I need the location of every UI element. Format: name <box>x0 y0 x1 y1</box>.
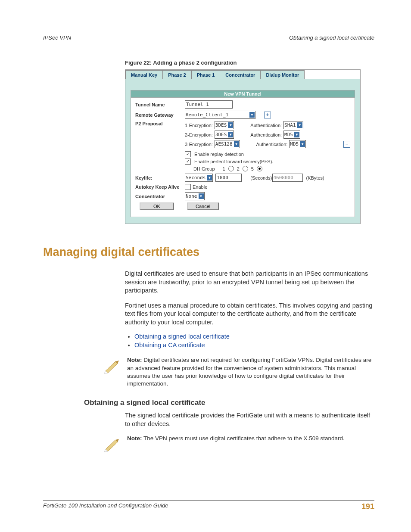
pfs-checkbox[interactable]: ✓ <box>185 159 191 165</box>
tab-phase-1[interactable]: Phase 1 <box>192 70 221 79</box>
keylife-unit-select[interactable]: Seconds▼ <box>185 174 213 182</box>
label-keylife: Keylife: <box>135 175 185 180</box>
section-heading: Managing digital certificates <box>43 246 374 259</box>
chevron-down-icon: ▼ <box>228 122 233 128</box>
tab-manual-key[interactable]: Manual Key <box>125 70 163 79</box>
label-concentrator: Concentrator <box>135 194 185 199</box>
enc2-select[interactable]: 3DES▼ <box>215 131 234 139</box>
dh5-radio[interactable] <box>257 166 262 171</box>
tab-phase-2[interactable]: Phase 2 <box>163 70 192 79</box>
label-p2-proposal: P2 Proposal <box>135 121 185 126</box>
label-autokey: Autokey Keep Alive <box>135 184 185 190</box>
note-1: Note: Digital certificates are not requi… <box>127 356 374 388</box>
enc1-label: 1-Encryption: <box>185 123 213 128</box>
autokey-enable-label: Enable <box>193 184 207 190</box>
chevron-down-icon: ▼ <box>297 122 302 128</box>
figure-caption: Figure 22: Adding a phase 2 configuratio… <box>125 59 374 66</box>
replay-checkbox[interactable]: ✓ <box>185 151 191 157</box>
autokey-checkbox[interactable] <box>185 184 191 190</box>
chevron-down-icon: ▼ <box>207 175 212 180</box>
chevron-down-icon: ▼ <box>294 132 299 137</box>
note-2: Note: The VPN peers must use digital cer… <box>127 435 345 442</box>
new-vpn-tunnel-panel: New VPN Tunnel Tunnel Name Tunnel_1 Remo… <box>131 90 355 217</box>
footer-title: FortiGate-100 Installation and Configura… <box>43 502 168 511</box>
paragraph-1: Digital certificates are used to ensure … <box>125 270 374 295</box>
panel-title: New VPN Tunnel <box>131 90 355 98</box>
auth3-label: Authentication: <box>256 142 288 147</box>
header-right: Obtaining a signed local certificate <box>289 34 374 41</box>
pfs-label: Enable perfect forward secrecy(PFS). <box>194 159 273 164</box>
chevron-down-icon: ▼ <box>228 132 233 137</box>
chevron-down-icon: ▼ <box>199 193 204 199</box>
keylife-sec-label: (Seconds) <box>250 175 272 180</box>
tab-dialup-monitor[interactable]: Dialup Monitor <box>261 70 305 79</box>
link-list: Obtaining a signed local certificate Obt… <box>125 333 374 348</box>
enc2-label: 2-Encryption: <box>185 132 213 137</box>
chevron-down-icon: ▼ <box>234 141 239 147</box>
enc1-select[interactable]: 3DES▼ <box>215 121 234 129</box>
tunnel-name-input[interactable]: Tunnel_1 <box>185 100 233 109</box>
dh2-radio[interactable] <box>243 166 248 171</box>
plus-icon[interactable]: + <box>264 112 271 118</box>
link-signed-local-cert[interactable]: Obtaining a signed local certificate <box>134 333 230 340</box>
subsection-heading: Obtaining a signed local certificate <box>84 398 374 407</box>
link-ca-cert[interactable]: Obtaining a CA certificate <box>134 342 205 348</box>
tab-row: Manual Key Phase 2 Phase 1 Concentrator … <box>125 70 360 79</box>
cancel-button[interactable]: Cancel <box>187 202 219 210</box>
minus-icon[interactable]: – <box>343 141 350 148</box>
keylife-kbytes-input[interactable]: 4608000 <box>272 174 303 182</box>
paragraph-3: The signed local certificate provides th… <box>125 411 374 428</box>
keylife-kb-label: (KBytes) <box>306 175 324 180</box>
paragraph-2: Fortinet uses a manual procedure to obta… <box>125 302 374 327</box>
tab-concentrator[interactable]: Concentrator <box>220 70 261 79</box>
label-tunnel-name: Tunnel Name <box>135 102 185 107</box>
enc3-select[interactable]: AES128▼ <box>215 140 240 148</box>
remote-gateway-select[interactable]: Remote_Client_1▼ <box>185 111 255 119</box>
page-footer: FortiGate-100 Installation and Configura… <box>43 501 374 511</box>
page-header: IPSec VPN Obtaining a signed local certi… <box>43 34 374 42</box>
concentrator-select[interactable]: None▼ <box>185 192 205 200</box>
keylife-seconds-input[interactable]: 1800 <box>215 174 242 182</box>
enc3-label: 3-Encryption: <box>185 142 213 147</box>
ok-button[interactable]: OK <box>140 202 174 210</box>
replay-label: Enable replay detection <box>194 152 244 157</box>
page-number: 191 <box>361 502 374 511</box>
dh1-radio[interactable] <box>228 166 234 171</box>
auth3-select[interactable]: MD5▼ <box>289 140 306 148</box>
auth2-label: Authentication: <box>250 132 282 137</box>
dhgroup-label: DH Group <box>193 166 215 171</box>
chevron-down-icon: ▼ <box>300 141 305 147</box>
chevron-down-icon: ▼ <box>249 112 255 118</box>
auth1-select[interactable]: SHA1▼ <box>283 121 303 129</box>
label-remote-gateway: Remote Gateway <box>135 112 185 118</box>
phase2-config-screenshot: Manual Key Phase 2 Phase 1 Concentrator … <box>125 69 361 224</box>
auth2-select[interactable]: MD5▼ <box>283 131 300 139</box>
note-icon <box>103 435 121 454</box>
note-icon <box>103 356 121 376</box>
auth1-label: Authentication: <box>250 123 282 128</box>
header-left: IPSec VPN <box>43 34 71 41</box>
